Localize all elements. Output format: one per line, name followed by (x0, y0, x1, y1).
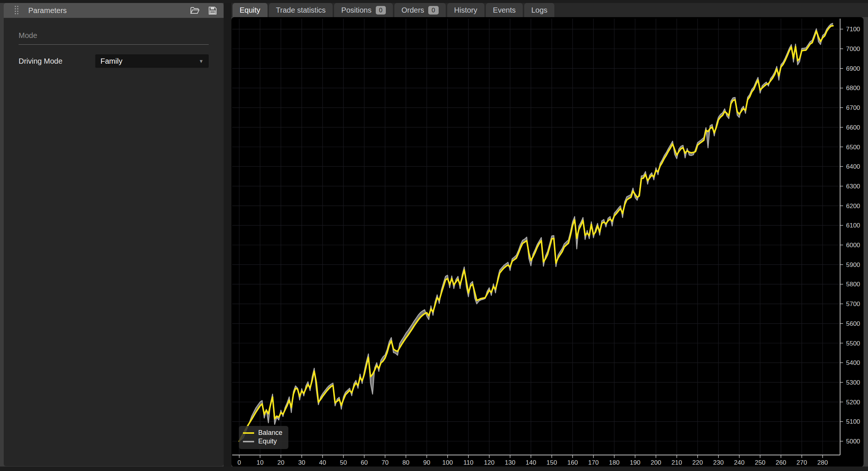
svg-text:60: 60 (361, 459, 368, 466)
svg-text:5700: 5700 (846, 300, 860, 308)
svg-text:50: 50 (340, 459, 347, 466)
svg-text:140: 140 (526, 459, 536, 466)
svg-text:210: 210 (672, 459, 682, 466)
tab-label: Trade statistics (276, 6, 326, 15)
svg-text:7000: 7000 (846, 45, 860, 52)
window-bottom-edge (0, 467, 868, 471)
section-label-mode: Mode (19, 31, 209, 44)
panel-title: Parameters (28, 6, 67, 15)
svg-text:260: 260 (776, 459, 786, 466)
svg-text:7100: 7100 (846, 26, 860, 33)
svg-text:5500: 5500 (846, 340, 860, 347)
parameters-panel-header[interactable]: Parameters (4, 3, 224, 18)
parameters-panel: Parameters Mode Driving Mode Family ▼ (4, 3, 224, 466)
equity-chart[interactable]: 0102030405060708090100110120130140150160… (231, 17, 864, 467)
driving-mode-value: Family (100, 57, 122, 66)
svg-text:230: 230 (713, 459, 724, 466)
svg-text:6700: 6700 (846, 104, 860, 111)
svg-text:5100: 5100 (846, 418, 860, 425)
tab-label: Events (493, 6, 516, 15)
svg-text:6900: 6900 (846, 65, 860, 72)
svg-text:6800: 6800 (846, 85, 860, 92)
open-folder-icon[interactable] (190, 6, 199, 15)
tab-bar: Equity Trade statistics Positions 0 Orde… (231, 3, 868, 17)
svg-text:130: 130 (505, 459, 515, 466)
svg-text:5600: 5600 (846, 320, 860, 327)
drag-handle-icon[interactable] (14, 5, 19, 16)
balance-line-swatch (243, 432, 254, 434)
chart-legend: Balance Equity (239, 426, 288, 449)
tab-label: Equity (240, 6, 260, 15)
svg-text:150: 150 (547, 459, 557, 466)
svg-text:6100: 6100 (846, 222, 860, 229)
orders-count-badge: 0 (428, 6, 438, 15)
equity-line-swatch (243, 441, 254, 442)
tab-label: Logs (531, 6, 547, 15)
svg-text:110: 110 (463, 459, 473, 466)
tab-label: History (454, 6, 477, 15)
svg-text:40: 40 (319, 459, 326, 466)
svg-text:100: 100 (442, 459, 453, 466)
svg-text:6500: 6500 (846, 144, 860, 151)
tab-trade-statistics[interactable]: Trade statistics (269, 3, 333, 17)
tab-logs[interactable]: Logs (524, 3, 554, 17)
svg-text:10: 10 (257, 459, 264, 466)
svg-text:0: 0 (237, 459, 241, 466)
svg-text:200: 200 (651, 459, 661, 466)
positions-count-badge: 0 (376, 6, 386, 15)
tab-orders[interactable]: Orders 0 (394, 3, 446, 17)
svg-text:6000: 6000 (846, 242, 860, 249)
save-icon[interactable] (208, 6, 217, 15)
driving-mode-row: Driving Mode Family ▼ (19, 54, 209, 68)
svg-text:170: 170 (588, 459, 599, 466)
svg-text:70: 70 (382, 459, 389, 466)
legend-label-equity: Equity (258, 437, 277, 445)
svg-text:80: 80 (403, 459, 410, 466)
svg-text:5200: 5200 (846, 399, 860, 406)
panel-splitter[interactable] (224, 3, 231, 467)
svg-text:30: 30 (298, 459, 305, 466)
svg-text:6300: 6300 (846, 183, 860, 190)
svg-text:250: 250 (755, 459, 765, 466)
window-top-edge (0, 0, 868, 3)
svg-text:120: 120 (484, 459, 494, 466)
svg-text:240: 240 (734, 459, 744, 466)
svg-text:90: 90 (423, 459, 430, 466)
equity-chart-panel: 0102030405060708090100110120130140150160… (231, 17, 864, 467)
chevron-down-icon: ▼ (199, 58, 204, 64)
svg-text:5300: 5300 (846, 379, 860, 386)
svg-text:190: 190 (630, 459, 640, 466)
legend-row-equity: Equity (243, 437, 282, 446)
tab-label: Orders (401, 6, 424, 15)
svg-text:5800: 5800 (846, 281, 860, 288)
section-divider (19, 44, 209, 45)
driving-mode-select[interactable]: Family ▼ (95, 54, 209, 68)
svg-text:20: 20 (278, 459, 285, 466)
tab-events[interactable]: Events (486, 3, 523, 17)
tab-equity[interactable]: Equity (233, 3, 268, 17)
svg-text:6200: 6200 (846, 203, 860, 210)
parameters-panel-body: Mode Driving Mode Family ▼ (4, 18, 224, 466)
svg-text:180: 180 (609, 459, 619, 466)
svg-text:270: 270 (797, 459, 807, 466)
tab-positions[interactable]: Positions 0 (334, 3, 393, 17)
svg-text:6400: 6400 (846, 163, 860, 170)
legend-row-balance: Balance (243, 429, 282, 437)
driving-mode-label: Driving Mode (19, 57, 63, 66)
legend-label-balance: Balance (258, 429, 282, 437)
svg-text:220: 220 (692, 459, 703, 466)
svg-text:280: 280 (817, 459, 828, 466)
svg-text:5000: 5000 (846, 438, 860, 445)
tab-label: Positions (341, 6, 371, 15)
svg-text:160: 160 (567, 459, 578, 466)
svg-text:6600: 6600 (846, 124, 860, 131)
svg-text:5400: 5400 (846, 359, 860, 366)
tab-history[interactable]: History (447, 3, 484, 17)
svg-text:5900: 5900 (846, 261, 860, 268)
